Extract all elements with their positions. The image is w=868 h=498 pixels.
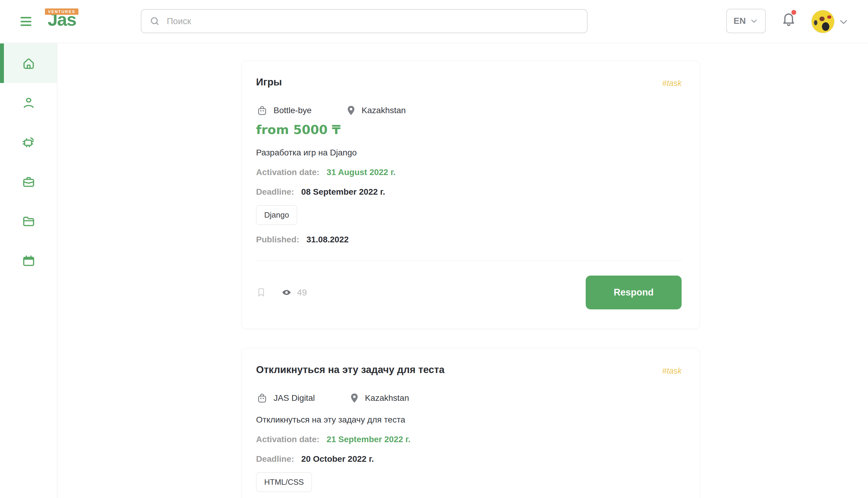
- published-label: Published:: [256, 235, 299, 244]
- activation-date-value: 31 August 2022 г.: [327, 168, 396, 177]
- task-tag: #task: [662, 79, 682, 88]
- company-name: JAS Digital: [273, 393, 315, 403]
- deadline-label: Deadline:: [256, 187, 294, 196]
- sidebar-item-projects[interactable]: [0, 201, 57, 241]
- task-description: Откликнуться на эту задачу для теста: [256, 415, 682, 425]
- published-value: 31.08.2022: [307, 235, 349, 244]
- task-tag: #task: [662, 366, 682, 376]
- avatar[interactable]: [811, 10, 835, 33]
- location-name: Kazakhstan: [362, 106, 406, 115]
- user-icon: [22, 96, 36, 110]
- calendar-icon: [22, 254, 36, 268]
- task-title[interactable]: Откликнуться на эту задачу для теста: [256, 364, 445, 376]
- bag-icon: [256, 104, 268, 117]
- language-label: EN: [733, 16, 746, 26]
- eye-icon: [281, 287, 292, 298]
- activation-date-label: Activation date:: [256, 168, 320, 177]
- skill-chip[interactable]: HTML/CSS: [256, 472, 312, 492]
- activation-date-label: Activation date:: [256, 435, 320, 444]
- sidebar-item-technologies[interactable]: [0, 122, 57, 162]
- bookmark-icon: [256, 286, 266, 298]
- logo-badge: VENTURES: [45, 9, 78, 15]
- skill-chip[interactable]: Django: [256, 205, 297, 225]
- sidebar-item-jobs[interactable]: [0, 162, 57, 201]
- language-selector[interactable]: EN: [726, 9, 766, 33]
- search-input[interactable]: [167, 16, 579, 26]
- search-icon: [149, 16, 160, 27]
- task-description: Разработка игр на Django: [256, 148, 682, 158]
- notifications-button[interactable]: [781, 10, 797, 29]
- sidebar-item-home[interactable]: [0, 43, 57, 83]
- deadline-value: 08 September 2022 г.: [301, 187, 385, 196]
- search-box[interactable]: [141, 9, 587, 33]
- company-name: Bottle-bye: [273, 106, 312, 115]
- bag-icon: [256, 392, 268, 404]
- chevron-down-icon: [749, 17, 759, 26]
- task-title[interactable]: Игры: [256, 76, 282, 88]
- location-pin-icon: [349, 392, 360, 404]
- task-card: Откликнуться на эту задачу для теста #ta…: [241, 348, 700, 498]
- sidebar: [0, 43, 57, 498]
- company[interactable]: JAS Digital: [256, 392, 315, 404]
- notification-badge: [791, 10, 796, 15]
- activation-date-value: 21 September 2022 г.: [327, 435, 410, 444]
- views-count: 49: [297, 288, 307, 298]
- views-counter: 49: [281, 287, 307, 298]
- top-bar: Jas VENTURES EN: [0, 0, 868, 43]
- sidebar-item-calendar[interactable]: [0, 241, 57, 281]
- location-pin-icon: [345, 105, 357, 116]
- location-name: Kazakhstan: [365, 393, 409, 403]
- bookmark-button[interactable]: [256, 286, 266, 299]
- company[interactable]: Bottle-bye: [256, 104, 312, 117]
- respond-button[interactable]: Respond: [586, 276, 682, 309]
- sidebar-item-profile[interactable]: [0, 83, 57, 122]
- folder-icon: [22, 214, 36, 228]
- home-icon: [22, 56, 36, 70]
- location: Kazakhstan: [349, 392, 409, 404]
- briefcase-icon: [22, 175, 36, 189]
- chip-icon: [22, 135, 36, 149]
- task-card: Игры #task Bottle-bye Kazakhstan: [241, 60, 700, 329]
- task-price: from 5000 ₸: [256, 122, 682, 137]
- task-feed: Игры #task Bottle-bye Kazakhstan: [241, 60, 700, 498]
- menu-icon: [21, 17, 31, 18]
- logo[interactable]: Jas VENTURES: [48, 9, 76, 30]
- chevron-down-icon: [838, 16, 849, 28]
- location: Kazakhstan: [345, 105, 406, 116]
- profile-menu-button[interactable]: [838, 16, 849, 29]
- menu-button[interactable]: [21, 16, 31, 27]
- deadline-value: 20 October 2022 г.: [301, 454, 374, 463]
- deadline-label: Deadline:: [256, 454, 294, 463]
